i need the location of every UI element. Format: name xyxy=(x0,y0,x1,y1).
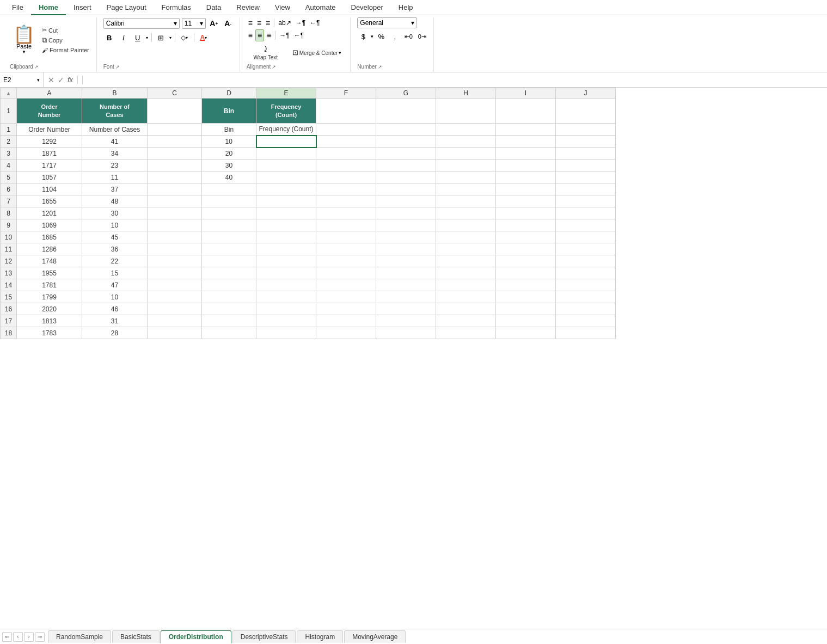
align-middle-button[interactable]: ≡ xyxy=(255,17,263,28)
tab-file[interactable]: File xyxy=(4,0,31,15)
cell-A16[interactable]: 2020 xyxy=(17,303,82,315)
cell-B7[interactable]: 48 xyxy=(82,195,148,207)
cell-D6[interactable] xyxy=(202,183,256,195)
cell-F9[interactable] xyxy=(316,219,376,231)
cell-E18[interactable] xyxy=(256,327,316,339)
grid-wrapper[interactable]: ▲ A B C D E F G H I J xyxy=(0,88,827,339)
decrease-font-button[interactable]: A- xyxy=(222,17,234,29)
cell-B4[interactable]: 23 xyxy=(82,160,148,171)
cell-H18[interactable] xyxy=(436,327,496,339)
cell-G10[interactable] xyxy=(376,231,436,243)
cell-I1[interactable] xyxy=(496,99,556,124)
cell-D9[interactable] xyxy=(202,219,256,231)
cell-H11[interactable] xyxy=(436,243,496,255)
cell-B15[interactable]: 10 xyxy=(82,291,148,303)
cell-H3[interactable] xyxy=(436,148,496,160)
cell-I3[interactable] xyxy=(496,148,556,160)
cell-E1[interactable]: Frequency (Count) xyxy=(256,124,316,136)
cell-D15[interactable] xyxy=(202,291,256,303)
confirm-formula-icon[interactable]: ✓ xyxy=(58,76,64,84)
cell-D4[interactable]: 30 xyxy=(202,160,256,171)
cell-C5[interactable] xyxy=(148,171,202,183)
percent-button[interactable]: % xyxy=(375,30,387,42)
cell-I1[interactable] xyxy=(496,124,556,136)
cell-H13[interactable] xyxy=(436,267,496,279)
cell-E6[interactable] xyxy=(256,183,316,195)
cell-I5[interactable] xyxy=(496,171,556,183)
cell-B9[interactable]: 10 xyxy=(82,219,148,231)
cell-F1[interactable] xyxy=(316,99,376,124)
cell-D1[interactable]: Bin xyxy=(202,99,256,124)
cell-G15[interactable] xyxy=(376,291,436,303)
cell-E1[interactable]: Frequency(Count) xyxy=(256,99,316,124)
cell-D7[interactable] xyxy=(202,195,256,207)
orientation-button[interactable]: ab↗ xyxy=(277,18,292,28)
cell-B17[interactable]: 31 xyxy=(82,315,148,327)
cell-A3[interactable]: 1871 xyxy=(17,148,82,160)
cell-H16[interactable] xyxy=(436,303,496,315)
cell-I7[interactable] xyxy=(496,195,556,207)
number-expand-icon[interactable]: ↗ xyxy=(378,64,382,70)
cell-C17[interactable] xyxy=(148,315,202,327)
tab-help[interactable]: Help xyxy=(391,0,421,15)
comma-button[interactable]: , xyxy=(389,30,401,42)
cell-F3[interactable] xyxy=(316,148,376,160)
cell-G3[interactable] xyxy=(376,148,436,160)
font-expand-icon[interactable]: ↗ xyxy=(115,64,120,70)
decrease-indent-button[interactable]: ←¶ xyxy=(292,30,305,40)
cell-H15[interactable] xyxy=(436,291,496,303)
cell-B8[interactable]: 30 xyxy=(82,207,148,219)
merge-center-dropdown[interactable]: ▾ xyxy=(339,50,341,56)
cell-H12[interactable] xyxy=(436,255,496,267)
cell-A2[interactable]: 1292 xyxy=(17,136,82,148)
cell-F4[interactable] xyxy=(316,160,376,171)
cell-D2[interactable]: 10 xyxy=(202,136,256,148)
cell-I8[interactable] xyxy=(496,207,556,219)
cell-A7[interactable]: 1655 xyxy=(17,195,82,207)
cell-E8[interactable] xyxy=(256,207,316,219)
cell-G14[interactable] xyxy=(376,279,436,291)
cell-J1[interactable] xyxy=(556,124,616,136)
cell-F18[interactable] xyxy=(316,327,376,339)
tab-review[interactable]: Review xyxy=(229,0,267,15)
cell-J8[interactable] xyxy=(556,207,616,219)
cell-F2[interactable] xyxy=(316,136,376,148)
cell-A12[interactable]: 1748 xyxy=(17,255,82,267)
cell-F14[interactable] xyxy=(316,279,376,291)
cell-D11[interactable] xyxy=(202,243,256,255)
col-header-B[interactable]: B xyxy=(82,88,148,99)
bold-button[interactable]: B xyxy=(103,32,115,44)
copy-button[interactable]: ⧉ Copy xyxy=(40,35,91,45)
cell-J11[interactable] xyxy=(556,243,616,255)
cell-C3[interactable] xyxy=(148,148,202,160)
cell-reference-box[interactable]: E2 ▾ xyxy=(0,72,44,87)
cut-button[interactable]: ✂ Cut xyxy=(40,26,91,34)
cell-H1[interactable] xyxy=(436,99,496,124)
border-button[interactable]: ⊞ xyxy=(155,32,167,44)
cell-C4[interactable] xyxy=(148,160,202,171)
border-dropdown[interactable]: ▾ xyxy=(169,35,171,40)
cell-F6[interactable] xyxy=(316,183,376,195)
fill-color-dropdown[interactable]: ▾ xyxy=(186,35,188,40)
cell-I18[interactable] xyxy=(496,327,556,339)
cell-D10[interactable] xyxy=(202,231,256,243)
cell-E16[interactable] xyxy=(256,303,316,315)
cell-E12[interactable] xyxy=(256,255,316,267)
number-format-selector[interactable]: General ▾ xyxy=(357,17,417,28)
cell-C7[interactable] xyxy=(148,195,202,207)
cell-D18[interactable] xyxy=(202,327,256,339)
cell-J17[interactable] xyxy=(556,315,616,327)
cell-E7[interactable] xyxy=(256,195,316,207)
cell-H6[interactable] xyxy=(436,183,496,195)
cell-A1[interactable]: OrderNumber xyxy=(17,99,82,124)
col-header-E[interactable]: E xyxy=(256,88,316,99)
cell-A5[interactable]: 1057 xyxy=(17,171,82,183)
cell-A18[interactable]: 1783 xyxy=(17,327,82,339)
cell-H7[interactable] xyxy=(436,195,496,207)
paste-button[interactable]: 📋 Paste ▼ xyxy=(10,23,38,57)
cell-I15[interactable] xyxy=(496,291,556,303)
wrap-text-button[interactable]: ⤸ Wrap Text xyxy=(247,42,285,63)
cell-J5[interactable] xyxy=(556,171,616,183)
cell-G2[interactable] xyxy=(376,136,436,148)
cell-A15[interactable]: 1799 xyxy=(17,291,82,303)
